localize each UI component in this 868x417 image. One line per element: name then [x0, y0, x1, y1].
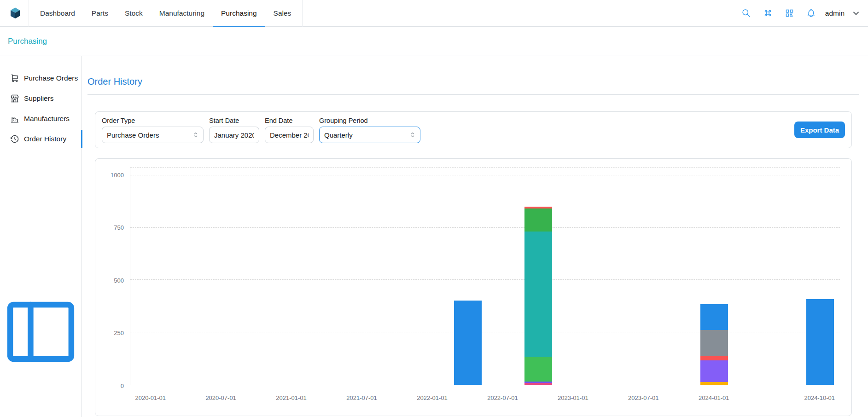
- chart-bar-segment[interactable]: [700, 304, 728, 330]
- y-axis-label: 1000: [95, 172, 124, 179]
- chart-bar-segment[interactable]: [524, 232, 552, 356]
- sidebar-item-label: Purchase Orders: [24, 74, 78, 82]
- gridline: [130, 279, 840, 280]
- chart-plot: [130, 167, 840, 385]
- x-axis-label: 2024-01-01: [699, 394, 729, 401]
- y-axis-label: 0: [95, 382, 124, 389]
- x-axis-label: 2022-07-01: [487, 394, 518, 401]
- sidebar-item-manufacturers[interactable]: Manufacturers: [0, 109, 82, 129]
- grouping-period-select[interactable]: Quarterly: [319, 127, 420, 143]
- chart-bar-2022-04-01[interactable]: [454, 301, 482, 385]
- y-axis-label: 500: [95, 277, 124, 284]
- start-date-label: Start Date: [209, 117, 259, 124]
- sidebar-item-label: Order History: [24, 135, 66, 143]
- sidebar-item-label: Suppliers: [24, 94, 54, 103]
- x-axis-label: 2020-07-01: [205, 394, 236, 401]
- sidebar-items: Purchase OrdersSuppliersManufacturersOrd…: [0, 68, 82, 149]
- chart-bar-segment[interactable]: [700, 382, 728, 385]
- order-type-value: Purchase Orders: [107, 131, 159, 139]
- chart-bar-2022-10-01[interactable]: [524, 207, 552, 385]
- grouping-period-value: Quarterly: [324, 131, 353, 139]
- sidebar-item-suppliers[interactable]: Suppliers: [0, 88, 82, 109]
- x-axis-label: 2021-01-01: [276, 394, 307, 401]
- chart-bar-2024-10-01[interactable]: [806, 299, 834, 385]
- topbar-actions: [741, 8, 816, 18]
- chart-bar-segment[interactable]: [524, 208, 552, 232]
- main-panel: Order History Order Type Purchase Orders…: [82, 56, 868, 417]
- notifications-bell-icon[interactable]: [806, 8, 816, 18]
- grouping-period-field: Grouping Period Quarterly: [319, 117, 420, 143]
- grouping-period-label: Grouping Period: [319, 117, 420, 124]
- building-store-icon: [10, 94, 19, 103]
- tab-manufacturing[interactable]: Manufacturing: [151, 0, 213, 27]
- end-date-input[interactable]: [265, 127, 314, 143]
- chart-bar-segment[interactable]: [700, 330, 728, 356]
- chevron-down-icon[interactable]: [851, 9, 861, 18]
- top-navbar: DashboardPartsStockManufacturingPurchasi…: [0, 0, 868, 27]
- x-axis-label: 2024-10-01: [804, 394, 835, 401]
- tab-parts[interactable]: Parts: [83, 0, 117, 27]
- end-date-field: End Date: [265, 117, 314, 143]
- y-axis-label: 750: [95, 224, 124, 231]
- gridline-top: [130, 167, 840, 168]
- content-area: Purchase OrdersSuppliersManufacturersOrd…: [0, 56, 868, 417]
- sidebar-item-purchase-orders[interactable]: Purchase Orders: [0, 68, 82, 88]
- command-icon[interactable]: [763, 8, 773, 18]
- start-date-field: Start Date: [209, 117, 259, 143]
- selector-icon: [192, 131, 199, 139]
- chart-bar-segment[interactable]: [700, 356, 728, 360]
- selector-icon: [409, 131, 416, 139]
- sidebar-item-label: Manufacturers: [24, 115, 70, 123]
- tab-sales[interactable]: Sales: [265, 0, 300, 27]
- order-type-select[interactable]: Purchase Orders: [102, 127, 204, 143]
- x-axis-label: 2020-01-01: [135, 394, 166, 401]
- chart-bar-segment[interactable]: [806, 299, 834, 385]
- sidebar-item-order-history[interactable]: Order History: [0, 129, 82, 149]
- x-axis-label: 2021-07-01: [346, 394, 377, 401]
- end-date-label: End Date: [265, 117, 314, 124]
- chart-bar-segment[interactable]: [524, 383, 552, 385]
- chart-bar-segment[interactable]: [454, 301, 482, 385]
- x-axis-label: 2023-01-01: [558, 394, 588, 401]
- y-axis-label: 250: [95, 330, 124, 336]
- sidebar: Purchase OrdersSuppliersManufacturersOrd…: [0, 56, 82, 417]
- breadcrumb-purchasing-link[interactable]: Purchasing: [8, 37, 47, 46]
- chart-bar-2024-01-01[interactable]: [700, 304, 728, 385]
- order-type-label: Order Type: [102, 117, 204, 124]
- layout-sidebar-icon[interactable]: [0, 157, 82, 417]
- chart-bar-segment[interactable]: [524, 357, 552, 382]
- history-icon: [10, 134, 19, 144]
- x-axis-label: 2022-01-01: [417, 394, 448, 401]
- gridline: [130, 332, 840, 332]
- username-label: admin: [825, 9, 845, 17]
- shopping-cart-icon: [10, 74, 19, 83]
- nav-tabs: DashboardPartsStockManufacturingPurchasi…: [29, 0, 303, 27]
- x-axis-label: 2023-07-01: [628, 394, 659, 401]
- app-logo-icon: [8, 6, 22, 20]
- gridline: [130, 175, 840, 175]
- export-data-button[interactable]: Export Data: [794, 122, 845, 138]
- building-factory-icon: [10, 114, 19, 123]
- tab-purchasing[interactable]: Purchasing: [213, 0, 265, 27]
- start-date-input[interactable]: [209, 127, 259, 143]
- breadcrumb: Purchasing: [0, 27, 868, 56]
- chart-bar-segment[interactable]: [700, 360, 728, 382]
- qrcode-scan-icon[interactable]: [785, 8, 794, 18]
- tab-stock[interactable]: Stock: [117, 0, 151, 27]
- order-type-field: Order Type Purchase Orders: [102, 117, 204, 143]
- title-divider: [87, 94, 859, 95]
- search-icon[interactable]: [741, 8, 751, 18]
- order-history-chart: 025050075010002020-01-012020-07-012021-0…: [95, 158, 852, 416]
- gridline: [130, 227, 840, 228]
- filter-panel: Order Type Purchase Orders Start Date En…: [95, 111, 852, 148]
- tab-dashboard[interactable]: Dashboard: [32, 0, 83, 27]
- user-menu[interactable]: admin: [825, 9, 861, 18]
- page-title: Order History: [87, 76, 859, 87]
